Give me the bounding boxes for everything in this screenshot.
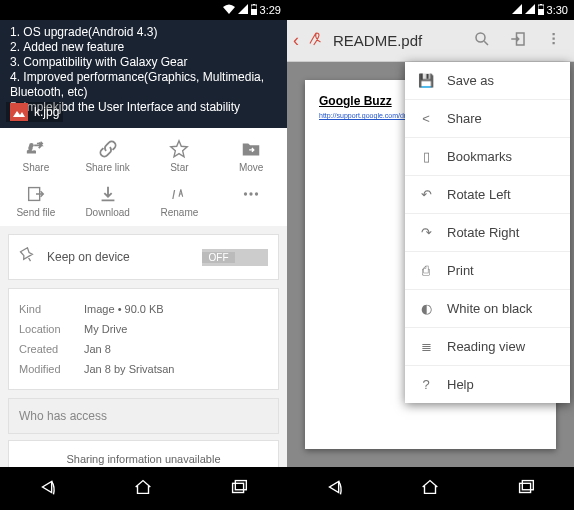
search-icon[interactable] [468,30,496,52]
menu-print[interactable]: ⎙Print [405,252,570,290]
menu-rotate-right[interactable]: ↷Rotate Right [405,214,570,252]
back-nav-icon[interactable] [324,476,346,502]
image-file-icon [10,103,28,121]
contrast-icon: ◐ [417,301,435,316]
signal-icon [512,4,522,16]
phone-right: 3:30 ‹ README.pdf Google Buzz http://sup… [287,0,574,510]
battery-icon [251,4,257,17]
bookmark-icon: ▯ [417,149,435,164]
back-icon[interactable]: ‹ [293,30,299,51]
menu-reading-view[interactable]: ≣Reading view [405,328,570,366]
send-file-button[interactable]: Send file [6,183,66,218]
svg-rect-11 [233,483,244,492]
move-button[interactable]: Move [221,138,281,173]
svg-rect-18 [553,33,555,35]
share-icon: < [417,111,435,126]
appbar: ‹ README.pdf [287,20,574,62]
svg-rect-1 [251,9,257,15]
svg-rect-14 [538,9,544,15]
clock: 3:29 [260,4,281,16]
pdf-icon [307,30,325,52]
menu-save-as[interactable]: 💾Save as [405,62,570,100]
rotate-right-icon: ↷ [417,225,435,240]
overflow-icon[interactable] [540,30,568,52]
filename: k.jpg [34,105,59,120]
svg-rect-12 [235,480,246,489]
reading-icon: ≣ [417,339,435,354]
menu-white-on-black[interactable]: ◐White on black [405,290,570,328]
pin-icon [19,247,35,267]
details-panel: Keep on device OFF KindImage • 90.0 KB L… [0,226,287,486]
print-icon: ⎙ [417,263,435,278]
signal-icon-2 [525,4,535,16]
svg-point-9 [249,192,252,195]
help-icon: ? [417,377,435,392]
filename-bar: k.jpg [6,102,63,122]
svg-rect-20 [553,42,555,44]
share-link-button[interactable]: Share link [78,138,138,173]
home-nav-icon[interactable] [132,476,154,502]
svg-rect-21 [520,483,531,492]
svg-point-5 [29,143,34,148]
who-has-access-header: Who has access [8,398,279,434]
keep-on-device-label: Keep on device [47,250,130,264]
recent-nav-icon[interactable] [228,476,250,502]
menu-bookmarks[interactable]: ▯Bookmarks [405,138,570,176]
image-preview: OS upgrade(Android 4.3) Added new featur… [0,20,287,128]
open-in-icon[interactable] [504,30,532,52]
statusbar: 3:29 [0,0,287,20]
navbar [0,467,287,510]
navbar [287,467,574,510]
keep-on-device-toggle[interactable]: OFF [202,249,268,266]
home-nav-icon[interactable] [419,476,441,502]
rotate-left-icon: ↶ [417,187,435,202]
more-button[interactable] [221,183,281,218]
menu-help[interactable]: ?Help [405,366,570,403]
document-viewport[interactable]: Google Buzz http://support.google.com/dr… [287,62,574,467]
svg-rect-2 [253,4,255,5]
keep-on-device-row: Keep on device OFF [8,234,279,280]
battery-icon [538,4,544,17]
svg-rect-19 [553,37,555,39]
actions-panel: Share Share link Star Move Send file [0,128,287,226]
star-button[interactable]: Star [149,138,209,173]
recent-nav-icon[interactable] [515,476,537,502]
svg-point-10 [255,192,258,195]
clock: 3:30 [547,4,568,16]
svg-text:I: I [172,187,176,202]
rename-button[interactable]: I Rename [149,183,209,218]
overflow-menu: 💾Save as <Share ▯Bookmarks ↶Rotate Left … [405,62,570,403]
svg-rect-22 [522,480,533,489]
statusbar: 3:30 [287,0,574,20]
file-details: KindImage • 90.0 KB LocationMy Drive Cre… [8,288,279,390]
back-nav-icon[interactable] [37,476,59,502]
svg-rect-15 [540,4,542,5]
download-button[interactable]: Download [78,183,138,218]
menu-share[interactable]: <Share [405,100,570,138]
signal-icon [238,4,248,16]
wifi-icon [223,4,235,16]
phone-left: 3:29 OS upgrade(Android 4.3) Added new f… [0,0,287,510]
menu-rotate-left[interactable]: ↶Rotate Left [405,176,570,214]
save-icon: 💾 [417,73,435,88]
svg-point-8 [244,192,247,195]
svg-point-16 [476,33,485,42]
share-button[interactable]: Share [6,138,66,173]
document-title: README.pdf [333,32,460,49]
